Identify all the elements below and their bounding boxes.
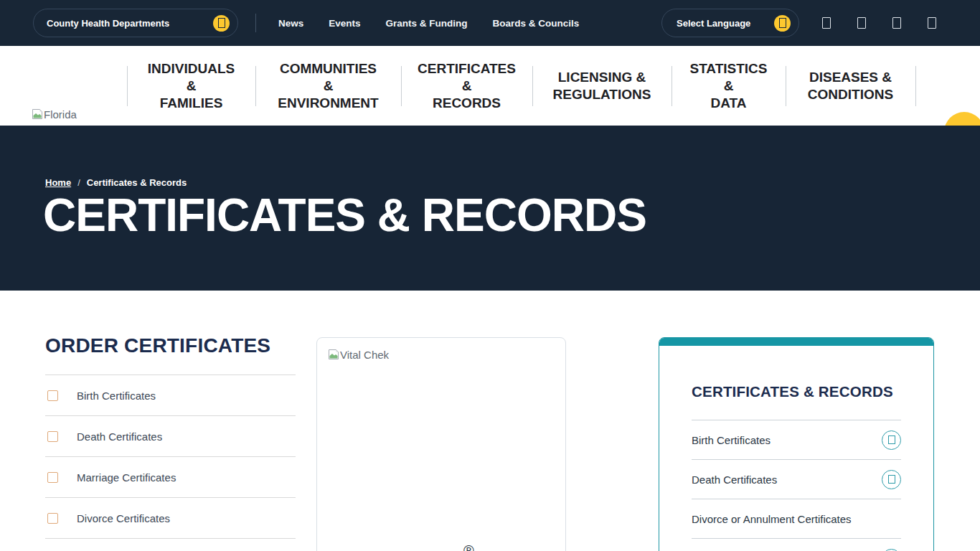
county-button-label: County Health Departments <box>47 18 169 29</box>
nav-certificates-records[interactable]: CERTIFICATES & RECORDS <box>401 46 532 126</box>
breadcrumb-current: Certificates & Records <box>87 177 187 188</box>
missing-glyph-icon <box>888 475 895 484</box>
list-item-divorce-certificates[interactable]: Divorce Certificates <box>45 498 296 539</box>
vitalchek-alt-text: Vital Chek <box>340 349 389 361</box>
sidebar-item-divorce-annulment-certificates[interactable]: Divorce or Annulment Certificates <box>692 499 901 539</box>
sidebar-item-death-certificates[interactable]: Death Certificates <box>692 460 901 499</box>
card-accent-bar <box>659 338 933 346</box>
nav-diseases-conditions[interactable]: DISEASES & CONDITIONS <box>786 46 915 126</box>
bullet-icon <box>47 390 58 401</box>
registered-trademark-symbol: ® <box>463 542 474 551</box>
bullet-icon <box>47 431 58 442</box>
language-dropdown-icon <box>774 15 791 32</box>
link-boards-councils[interactable]: Boards & Councils <box>493 18 580 29</box>
nav-communities-environment[interactable]: COMMUNITIES & ENVIRONMENT <box>255 46 401 126</box>
main-navigation: Florida Department of Health INDIVIDUALS… <box>0 46 980 126</box>
utility-links: News Events Grants & Funding Boards & Co… <box>278 0 579 46</box>
list-item-birth-certificates[interactable]: Birth Certificates <box>45 375 296 416</box>
page: County Health Departments News Events Gr… <box>0 0 980 551</box>
bullet-icon <box>47 513 58 524</box>
nav-items: INDIVIDUALS & FAMILIES COMMUNITIES & ENV… <box>127 46 916 126</box>
social-icon-3[interactable] <box>892 17 901 29</box>
page-title: CERTIFICATES & RECORDS <box>43 189 646 242</box>
social-icon-1[interactable] <box>822 17 831 29</box>
sidebar-list: Birth Certificates Death Certificates Di… <box>692 420 901 551</box>
expand-icon[interactable] <box>882 430 901 450</box>
language-button-label: Select Language <box>677 18 750 29</box>
expand-icon[interactable] <box>882 549 901 551</box>
sidebar-item-birth-certificates[interactable]: Birth Certificates <box>692 420 901 460</box>
list-item-marriage-certificates[interactable]: Marriage Certificates <box>45 457 296 498</box>
missing-glyph-icon <box>779 18 786 28</box>
order-certificates-heading: ORDER CERTIFICATES <box>45 334 296 357</box>
link-events[interactable]: Events <box>329 18 360 29</box>
divider <box>915 66 916 106</box>
breadcrumb: Home / Certificates & Records <box>45 177 187 188</box>
nav-statistics-data[interactable]: STATISTICS & DATA <box>672 46 786 126</box>
hero-banner: Home / Certificates & Records CERTIFICAT… <box>0 126 980 291</box>
missing-glyph-icon <box>888 435 895 444</box>
nav-individuals-families[interactable]: INDIVIDUALS & FAMILIES <box>127 46 255 126</box>
link-news[interactable]: News <box>278 18 303 29</box>
missing-glyph-icon <box>218 18 225 28</box>
breadcrumb-separator: / <box>77 177 80 188</box>
broken-image-icon <box>328 349 339 362</box>
list-item-death-certificates[interactable]: Death Certificates <box>45 416 296 457</box>
order-certificates-section: ORDER CERTIFICATES Birth Certificates De… <box>45 334 296 539</box>
bullet-icon <box>47 472 58 483</box>
certificates-records-sidebar: CERTIFICATES & RECORDS Birth Certificate… <box>659 337 934 551</box>
broken-image-icon <box>32 108 43 124</box>
sidebar-item-marriage-certificates[interactable]: Marriage Certificates <box>692 539 901 551</box>
sidebar-heading: CERTIFICATES & RECORDS <box>692 346 901 400</box>
breadcrumb-home-link[interactable]: Home <box>45 177 71 188</box>
expand-icon[interactable] <box>882 470 901 489</box>
vitalchek-broken-image: Vital Chek <box>328 349 389 362</box>
card-body: CERTIFICATES & RECORDS Birth Certificate… <box>659 346 933 551</box>
social-icons <box>822 0 936 46</box>
divider <box>255 14 256 32</box>
utility-bar: County Health Departments News Events Gr… <box>0 0 980 46</box>
county-dropdown-icon <box>213 15 230 32</box>
social-icon-2[interactable] <box>857 17 866 29</box>
select-language-button[interactable]: Select Language <box>661 9 799 37</box>
county-health-departments-button[interactable]: County Health Departments <box>33 9 238 37</box>
nav-licensing-regulations[interactable]: LICENSING & REGULATIONS <box>532 46 672 126</box>
social-icon-4[interactable] <box>928 17 936 29</box>
order-certificates-list: Birth Certificates Death Certificates Ma… <box>45 375 296 539</box>
vitalchek-card[interactable]: Vital Chek ® <box>316 337 566 551</box>
link-grants-funding[interactable]: Grants & Funding <box>386 18 468 29</box>
